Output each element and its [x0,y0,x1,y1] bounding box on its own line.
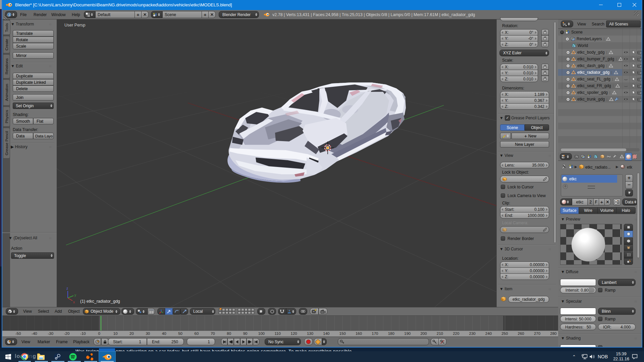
svg-text:i: i [9,13,10,16]
svg-text:(1) etkc_radiator_gdg: (1) etkc_radiator_gdg [80,299,120,304]
svg-text:y: y [74,293,76,297]
svg-text:x: x [73,300,75,304]
svg-text:User Persp: User Persp [64,23,86,27]
svg-text:z: z [66,287,68,290]
